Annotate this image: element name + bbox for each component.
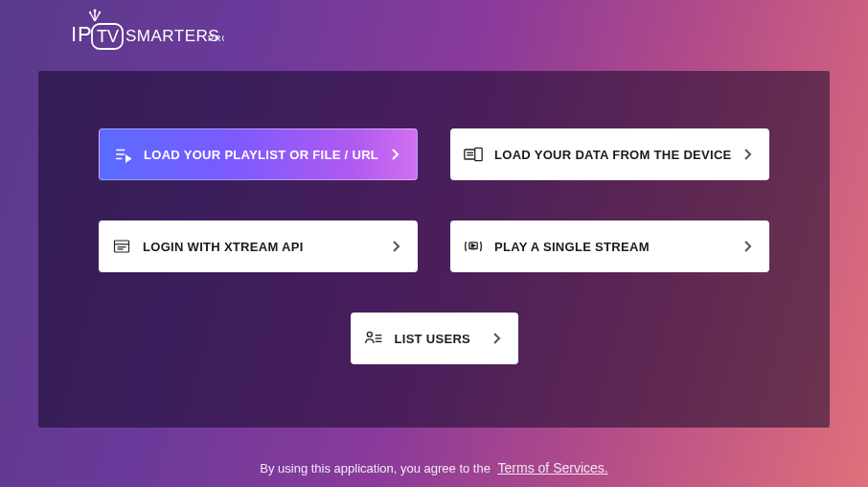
users-icon — [364, 329, 383, 348]
app-logo: IP TV SMARTERS PRO — [71, 8, 224, 58]
button-label: LIST USERS — [395, 332, 490, 346]
button-label: PLAY A SINGLE STREAM — [494, 240, 741, 254]
api-icon — [112, 237, 131, 256]
stream-icon — [464, 237, 483, 256]
list-users-button[interactable]: LIST USERS — [351, 313, 518, 364]
chevron-right-icon — [388, 148, 403, 161]
xtream-api-button[interactable]: LOGIN WITH XTREAM API — [99, 220, 418, 272]
single-stream-button[interactable]: PLAY A SINGLE STREAM — [450, 220, 769, 272]
svg-rect-16 — [475, 148, 483, 160]
terms-link[interactable]: Terms of Services. — [498, 460, 608, 475]
chevron-right-icon — [741, 148, 756, 161]
svg-text:SMARTERS: SMARTERS — [126, 27, 219, 45]
chevron-right-icon — [490, 332, 505, 345]
footer: By using this application, you agree to … — [0, 460, 868, 475]
options-row-1: LOAD YOUR PLAYLIST OR FILE / URL LOAD YO… — [99, 128, 769, 180]
svg-text:TV: TV — [97, 27, 119, 46]
svg-point-5 — [99, 12, 101, 13]
playlist-icon — [113, 145, 132, 164]
chevron-right-icon — [741, 240, 756, 253]
svg-point-3 — [94, 10, 97, 12]
svg-marker-14 — [126, 156, 131, 162]
button-label: LOAD YOUR DATA FROM THE DEVICE — [494, 148, 741, 162]
main-panel: LOAD YOUR PLAYLIST OR FILE / URL LOAD YO… — [38, 71, 830, 428]
svg-text:PRO: PRO — [208, 34, 224, 43]
load-device-button[interactable]: LOAD YOUR DATA FROM THE DEVICE — [450, 128, 769, 180]
svg-text:IP: IP — [71, 22, 93, 46]
button-label: LOAD YOUR PLAYLIST OR FILE / URL — [144, 148, 388, 162]
device-icon — [464, 145, 483, 164]
svg-point-26 — [367, 332, 372, 336]
load-playlist-button[interactable]: LOAD YOUR PLAYLIST OR FILE / URL — [99, 128, 418, 180]
button-label: LOGIN WITH XTREAM API — [143, 240, 389, 254]
svg-marker-25 — [471, 244, 474, 247]
svg-point-4 — [89, 12, 91, 13]
footer-text: By using this application, you agree to … — [260, 461, 491, 475]
chevron-right-icon — [389, 240, 404, 253]
options-row-2: LOGIN WITH XTREAM API PLAY A SINGLE STRE… — [99, 220, 769, 272]
svg-rect-19 — [115, 241, 129, 252]
options-row-3: LIST USERS — [351, 313, 518, 364]
